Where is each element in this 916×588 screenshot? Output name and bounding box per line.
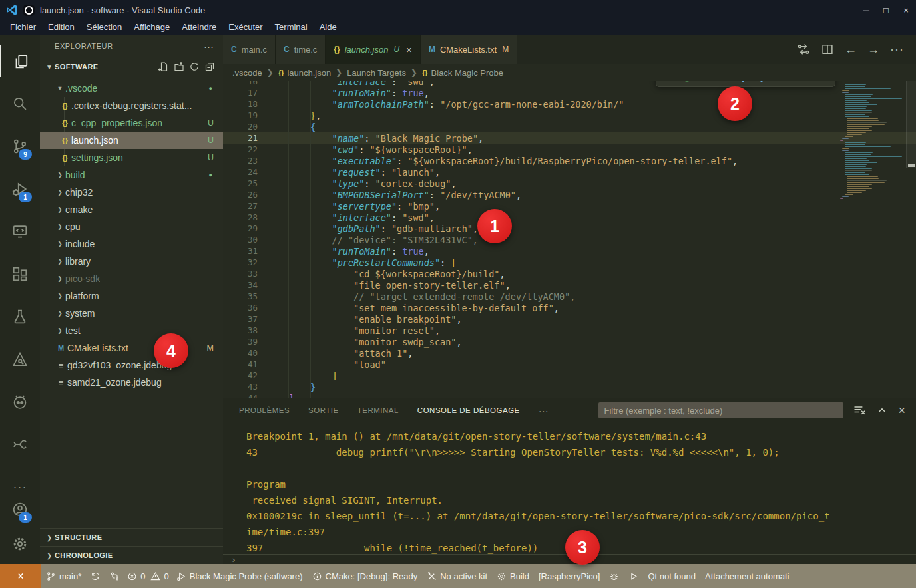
tree-item-platform[interactable]: ❯platform [40,287,223,305]
arrow-left-icon[interactable]: ← [845,43,857,57]
status-cmake-status[interactable]: CMake: [Debug]: Ready [308,564,423,588]
status-cmake-build[interactable]: Build [492,564,534,588]
line-number[interactable]: 41 [223,359,258,369]
status-cmake-run[interactable] [624,564,643,588]
stop-button[interactable] [790,81,808,85]
line-number[interactable]: 29 [223,223,258,233]
line-number[interactable]: 33 [223,269,258,279]
line-number[interactable]: 24 [223,167,258,177]
panel-more-icon[interactable]: ··· [539,405,549,416]
tree-item-pico-sdk[interactable]: ❯pico-sdk [40,270,223,287]
tree-item--vscode[interactable]: ▼.vscode● [40,80,223,97]
panel-tab-sortie[interactable]: SORTIE [308,398,339,422]
close-button[interactable]: × [896,0,916,20]
menu-fichier[interactable]: Fichier [4,20,42,35]
breadcrumb-3[interactable]: {}Black Magic Probe [422,68,503,78]
activity-settings[interactable] [0,528,40,560]
open-changes-icon[interactable] [797,43,810,56]
activity-run-and-debug[interactable]: 1 [0,173,40,205]
tree-item-launch-json[interactable]: {}launch.jsonU [40,132,223,149]
menu-edition[interactable]: Edition [42,20,81,35]
chevron-up-icon[interactable] [876,404,888,416]
clear-console-icon[interactable] [853,404,866,417]
line-number[interactable]: 23 [223,156,258,166]
status-cmake-kit[interactable]: No active kit [422,564,492,588]
refresh-icon[interactable] [189,61,200,72]
panel-tab-probl-mes[interactable]: PROBLÈMES [239,398,290,422]
minimize-button[interactable]: ─ [856,0,876,20]
status-qt-status[interactable]: Qt not found [643,564,700,588]
activity-remote-explorer[interactable] [0,216,40,247]
restart-button[interactable] [771,81,790,85]
line-number[interactable]: 21 [223,133,258,143]
activity-extensions[interactable] [0,258,40,290]
line-number[interactable]: 42 [223,370,258,380]
menu-aide[interactable]: Aide [314,20,343,35]
line-number[interactable]: 27 [223,201,258,211]
code-editor[interactable]: 16 "interface": "swd",17 "runToMain": tr… [223,81,916,398]
line-number[interactable]: 34 [223,280,258,290]
tree-item-cmake[interactable]: ❯cmake [40,201,223,218]
tree-item-c-cpp-properties-json[interactable]: {}c_cpp_properties.jsonU [40,114,223,132]
status-git-branch[interactable]: main* [41,564,86,588]
debug-console-filter-input[interactable] [598,402,843,418]
line-number[interactable]: 30 [223,235,258,245]
status-errors[interactable]: 0 [124,564,148,588]
line-number[interactable]: 26 [223,190,258,200]
line-number[interactable]: 36 [223,303,258,313]
minimap[interactable] [837,84,899,200]
activity-testing[interactable] [0,301,40,333]
breadcrumb-0[interactable]: .vscode [232,68,262,78]
status-cmake-debug[interactable] [604,564,624,588]
activity-platformio[interactable] [0,386,40,418]
status-debug-launch-config[interactable]: Black Magic Probe (software) [172,564,308,588]
line-number[interactable]: 25 [223,178,258,188]
line-number[interactable]: 16 [223,81,258,86]
status-auto-attach[interactable]: Attachement automati [700,564,794,588]
new-file-icon[interactable] [158,61,169,72]
collapse-all-icon[interactable] [204,61,215,72]
close-icon[interactable]: × [898,404,905,418]
drag-handle-button[interactable] [659,81,678,85]
tree-item-cmakelists-txt[interactable]: MCMakeLists.txtM [40,339,223,357]
step-into-button[interactable] [734,81,752,85]
menu-affichage[interactable]: Affichage [128,20,176,35]
close-tab-icon[interactable]: × [406,44,412,55]
panel-tab-console-de-d-bogage[interactable]: CONSOLE DE DÉBOGAGE [417,398,520,422]
status-warnings[interactable]: 0 [148,564,171,588]
tree-item-cpu[interactable]: ❯cpu [40,218,223,235]
line-number[interactable]: 28 [223,212,258,222]
line-number[interactable]: 20 [223,122,258,132]
menu-atteindre[interactable]: Atteindre [176,20,222,35]
maximize-button[interactable]: □ [876,0,896,20]
new-folder-icon[interactable] [174,61,184,72]
more-button[interactable] [808,81,827,85]
tree-item-samd21-ozone-jdebug[interactable]: ≡samd21_ozone.jdebug [40,374,223,391]
tab-launch-json[interactable]: {}launch.jsonU× [326,35,421,64]
menu-sélection[interactable]: Sélection [81,20,128,35]
line-number[interactable]: 17 [223,88,258,98]
line-number[interactable]: 38 [223,325,258,335]
tree-item-build[interactable]: ❯build● [40,166,223,184]
remote-indicator[interactable] [0,564,41,588]
menu-terminal[interactable]: Terminal [269,20,314,35]
split-editor-icon[interactable] [821,43,834,56]
tree-item-settings-json[interactable]: {}settings.jsonU [40,149,223,166]
status-git-sync[interactable] [86,564,105,588]
breadcrumb-1[interactable]: {}launch.json [278,68,331,78]
line-number[interactable]: 19 [223,110,258,120]
line-number[interactable]: 44 [223,393,258,398]
line-number[interactable]: 40 [223,348,258,358]
arrow-right-icon[interactable]: → [867,43,879,57]
sidebar-more-icon[interactable]: ··· [204,41,214,52]
activity-visual-studio[interactable] [0,428,40,460]
tab-cmakelists[interactable]: MCMakeLists.txtM [421,35,517,64]
activity-accounts[interactable]: 1 [0,494,40,525]
panel-tab-terminal[interactable]: TERMINAL [357,398,399,422]
activity-source-control[interactable]: 9 [0,130,40,162]
status-git-compare[interactable] [105,564,124,588]
editor-scrollbar[interactable] [906,81,916,168]
line-number[interactable]: 39 [223,337,258,347]
step-out-button[interactable] [752,81,771,85]
workspace-section[interactable]: ▼ SOFTWARE [40,57,223,76]
